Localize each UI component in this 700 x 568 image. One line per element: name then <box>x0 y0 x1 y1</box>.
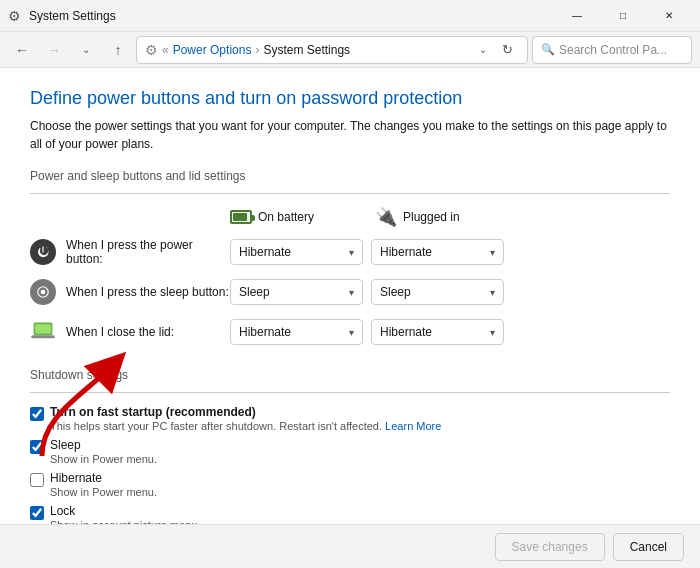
lid-plugged-dropdown[interactable]: Hibernate ▾ <box>371 319 504 345</box>
footer: Save changes Cancel <box>0 524 700 568</box>
col-plugged-header: 🔌 Plugged in <box>375 206 520 228</box>
col-battery-header: On battery <box>230 210 375 224</box>
sleep-button-icon <box>30 279 56 305</box>
lid-label: When I close the lid: <box>66 325 230 339</box>
minimize-button[interactable]: — <box>554 0 600 32</box>
window-controls: — □ ✕ <box>554 0 692 32</box>
page-title: Define power buttons and turn on passwor… <box>30 88 670 109</box>
power-button-row: When I press the power button: Hibernate… <box>30 236 670 268</box>
power-button-icon <box>30 239 56 265</box>
lid-battery-value: Hibernate <box>239 325 291 339</box>
battery-icon <box>230 210 252 224</box>
fast-startup-checkbox[interactable] <box>30 407 44 421</box>
fast-startup-desc: This helps start your PC faster after sh… <box>50 420 441 432</box>
power-settings-table: When I press the power button: Hibernate… <box>30 236 670 348</box>
sleep-button-battery-dropdown[interactable]: Sleep ▾ <box>230 279 363 305</box>
hibernate-desc: Show in Power menu. <box>50 486 157 498</box>
back-button[interactable]: ← <box>8 36 36 64</box>
address-bar[interactable]: ⚙ « Power Options › System Settings ⌄ ↻ <box>136 36 528 64</box>
lock-title: Lock <box>50 504 200 518</box>
sleep-desc: Show in Power menu. <box>50 453 157 465</box>
breadcrumb-sep1: « <box>162 43 169 57</box>
col-plugged-label: Plugged in <box>403 210 460 224</box>
col-battery-label: On battery <box>258 210 314 224</box>
lock-checkbox[interactable] <box>30 506 44 520</box>
svg-rect-2 <box>35 324 51 333</box>
breadcrumb-icon: ⚙ <box>145 42 158 58</box>
lid-battery-dropdown[interactable]: Hibernate ▾ <box>230 319 363 345</box>
svg-rect-3 <box>31 335 55 338</box>
search-placeholder: Search Control Pa... <box>559 43 667 57</box>
search-box[interactable]: 🔍 Search Control Pa... <box>532 36 692 64</box>
power-button-plugged-value: Hibernate <box>380 245 432 259</box>
power-table-header: On battery 🔌 Plugged in <box>30 206 670 228</box>
fast-startup-title: Turn on fast startup (recommended) <box>50 405 441 419</box>
cancel-button[interactable]: Cancel <box>613 533 684 561</box>
fast-startup-row: Turn on fast startup (recommended) This … <box>30 405 670 432</box>
maximize-button[interactable]: □ <box>600 0 646 32</box>
up-button[interactable]: ↑ <box>104 36 132 64</box>
chevron-down-icon: ▾ <box>490 247 495 258</box>
refresh-button[interactable]: ↻ <box>495 36 519 64</box>
chevron-down-icon: ▾ <box>349 327 354 338</box>
sleep-button-plugged-value: Sleep <box>380 285 411 299</box>
svg-point-0 <box>41 290 46 295</box>
hibernate-row: Hibernate Show in Power menu. <box>30 471 670 498</box>
power-button-battery-dropdown[interactable]: Hibernate ▾ <box>230 239 363 265</box>
sleep-button-row: When I press the sleep button: Sleep ▾ S… <box>30 276 670 308</box>
hibernate-title: Hibernate <box>50 471 157 485</box>
window-icon: ⚙ <box>8 8 21 24</box>
dropdown-button[interactable]: ⌄ <box>72 36 100 64</box>
power-button-battery-value: Hibernate <box>239 245 291 259</box>
power-button-label: When I press the power button: <box>66 238 230 266</box>
main-content: Define power buttons and turn on passwor… <box>0 68 700 524</box>
lock-content: Lock Show in account picture menu. <box>50 504 200 524</box>
shutdown-settings-section: Shutdown settings Turn on fast startup (… <box>30 368 670 524</box>
title-bar: ⚙ System Settings — □ ✕ <box>0 0 700 32</box>
sleep-checkbox[interactable] <box>30 440 44 454</box>
section1-divider <box>30 193 670 194</box>
chevron-down-icon: ▾ <box>349 247 354 258</box>
learn-more-link[interactable]: Learn More <box>385 420 441 432</box>
chevron-down-icon: ▾ <box>490 327 495 338</box>
power-button-plugged-dropdown[interactable]: Hibernate ▾ <box>371 239 504 265</box>
shutdown-divider <box>30 392 670 393</box>
window-title: System Settings <box>29 9 546 23</box>
lid-icon <box>30 319 56 345</box>
lock-row: Lock Show in account picture menu. <box>30 504 670 524</box>
nav-bar: ← → ⌄ ↑ ⚙ « Power Options › System Setti… <box>0 32 700 68</box>
breadcrumb-sep2: › <box>255 43 259 57</box>
hibernate-content: Hibernate Show in Power menu. <box>50 471 157 498</box>
sleep-title: Sleep <box>50 438 157 452</box>
page-description: Choose the power settings that you want … <box>30 117 670 153</box>
chevron-down-icon: ▾ <box>349 287 354 298</box>
close-button[interactable]: ✕ <box>646 0 692 32</box>
sleep-row: Sleep Show in Power menu. <box>30 438 670 465</box>
sleep-content: Sleep Show in Power menu. <box>50 438 157 465</box>
sleep-button-label: When I press the sleep button: <box>66 285 230 299</box>
breadcrumb-power-options[interactable]: Power Options <box>173 43 252 57</box>
lock-desc: Show in account picture menu. <box>50 519 200 524</box>
lid-plugged-value: Hibernate <box>380 325 432 339</box>
chevron-down-icon: ▾ <box>490 287 495 298</box>
sleep-button-plugged-dropdown[interactable]: Sleep ▾ <box>371 279 504 305</box>
sleep-button-battery-value: Sleep <box>239 285 270 299</box>
address-actions: ⌄ ↻ <box>473 36 519 64</box>
breadcrumb-system-settings: System Settings <box>263 43 350 57</box>
address-dropdown-button[interactable]: ⌄ <box>473 36 493 64</box>
hibernate-checkbox[interactable] <box>30 473 44 487</box>
fast-startup-content: Turn on fast startup (recommended) This … <box>50 405 441 432</box>
save-changes-button[interactable]: Save changes <box>495 533 605 561</box>
shutdown-label: Shutdown settings <box>30 368 670 382</box>
lid-row: When I close the lid: Hibernate ▾ Hibern… <box>30 316 670 348</box>
forward-button[interactable]: → <box>40 36 68 64</box>
plug-icon: 🔌 <box>375 206 397 228</box>
section1-label: Power and sleep buttons and lid settings <box>30 169 670 183</box>
content-wrapper: Define power buttons and turn on passwor… <box>0 68 700 524</box>
search-icon: 🔍 <box>541 43 555 56</box>
